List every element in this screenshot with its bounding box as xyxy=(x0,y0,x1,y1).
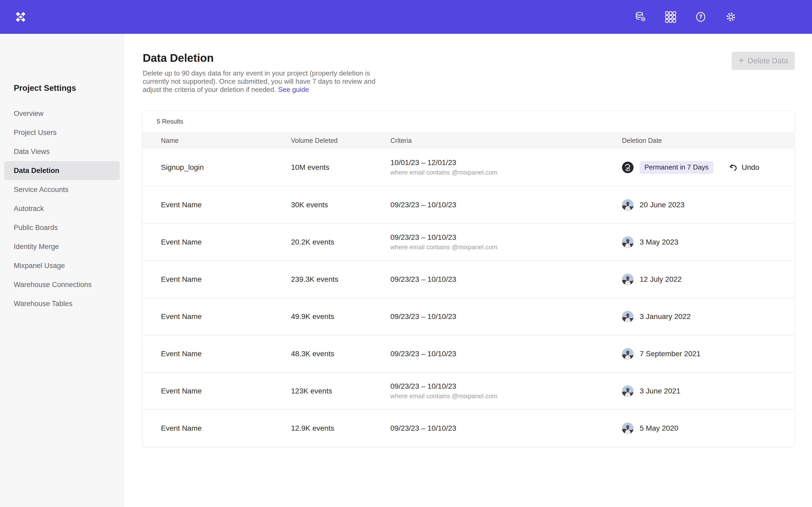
deletion-date: 20 June 2023 xyxy=(640,201,684,209)
sidebar-item-identity-merge[interactable]: Identity Merge xyxy=(4,237,120,256)
criteria-cell: 09/23/23 – 10/10/23 where email contains… xyxy=(391,382,622,400)
criteria-cell: 09/23/23 – 10/10/23 xyxy=(391,424,622,433)
criteria-date-range: 09/23/23 – 10/10/23 xyxy=(391,382,622,391)
criteria-date-range: 09/23/23 – 10/10/23 xyxy=(391,313,622,321)
page-description: Delete up to 90 days data for any event … xyxy=(143,69,383,94)
undo-button[interactable]: Undo xyxy=(728,162,759,172)
event-name: Event Name xyxy=(161,313,291,321)
criteria-cell: 09/23/23 – 10/10/23 where email contains… xyxy=(391,233,622,251)
criteria-cell: 09/23/23 – 10/10/23 xyxy=(391,201,622,209)
event-name: Signup_login xyxy=(161,163,291,172)
sidebar-item-public-boards[interactable]: Public Boards xyxy=(4,218,120,237)
deletion-date-cell: Permanent in 7 Days Undo xyxy=(622,161,794,174)
table-row: Event Name 123K events 09/23/23 – 10/10/… xyxy=(142,372,794,409)
column-header-name: Name xyxy=(161,137,291,145)
help-icon[interactable]: ? xyxy=(695,11,707,23)
criteria-filter: where email contains @mixpanel.com xyxy=(391,169,622,176)
criteria-date-range: 09/23/23 – 10/10/23 xyxy=(391,350,622,358)
event-name: Event Name xyxy=(161,275,291,284)
sidebar-item-autotrack[interactable]: Autotrack xyxy=(4,199,120,218)
page-description-text: Delete up to 90 days data for any event … xyxy=(143,69,375,94)
results-count: 5 Results xyxy=(142,111,794,132)
sidebar-nav: Overview Project Users Data Views Data D… xyxy=(4,104,120,313)
volume-deleted: 12.9K events xyxy=(291,424,391,433)
delete-data-button[interactable]: + Delete Data xyxy=(732,52,795,70)
criteria-cell: 09/23/23 – 10/10/23 xyxy=(391,350,622,358)
sidebar-item-service-accounts[interactable]: Service Accounts xyxy=(4,180,120,199)
settings-icon[interactable] xyxy=(725,11,737,23)
volume-deleted: 48.3K events xyxy=(291,350,391,358)
volume-deleted: 20.2K events xyxy=(291,238,391,246)
deletion-date-cell: 20 June 2023 xyxy=(622,199,794,211)
table-row: Event Name 239.3K events 09/23/23 – 10/1… xyxy=(142,260,794,298)
sidebar-item-warehouse-tables[interactable]: Warehouse Tables xyxy=(4,294,120,313)
svg-text:?: ? xyxy=(699,14,702,20)
page-title: Data Deletion xyxy=(143,52,214,64)
project-settings-sidebar: Project Settings Overview Project Users … xyxy=(0,34,124,507)
user-avatar xyxy=(622,274,633,285)
deletion-date-cell: 3 May 2023 xyxy=(622,236,794,248)
table-row: Event Name 20.2K events 09/23/23 – 10/10… xyxy=(142,223,794,260)
table-row: Signup_login 10M events 10/01/23 – 12/01… xyxy=(142,149,794,186)
table-header-row: Name Volume Deleted Criteria Deletion Da… xyxy=(142,132,794,149)
deletion-date: 5 May 2020 xyxy=(640,424,678,433)
plus-icon: + xyxy=(738,56,744,65)
deletion-date-cell: 5 May 2020 xyxy=(622,422,794,434)
user-avatar xyxy=(622,311,633,323)
table-row: Event Name 30K events 09/23/23 – 10/10/2… xyxy=(142,186,794,223)
apps-grid-icon[interactable] xyxy=(664,11,677,23)
deletion-date: 12 July 2022 xyxy=(640,275,682,284)
deletion-date-cell: 3 June 2021 xyxy=(622,385,794,397)
volume-deleted: 123K events xyxy=(291,387,391,395)
undo-label: Undo xyxy=(742,163,759,172)
table-row: Event Name 12.9K events 09/23/23 – 10/10… xyxy=(142,409,794,447)
criteria-filter: where email contains @mixpanel.com xyxy=(391,243,622,251)
deletion-date-cell: 7 September 2021 xyxy=(622,348,794,360)
sidebar-item-project-users[interactable]: Project Users xyxy=(4,123,120,142)
volume-deleted: 30K events xyxy=(291,201,391,209)
user-avatar xyxy=(622,199,633,211)
deletion-date: 3 June 2021 xyxy=(640,387,680,395)
criteria-date-range: 09/23/23 – 10/10/23 xyxy=(391,424,622,433)
deletion-requests-card: 5 Results Name Volume Deleted Criteria D… xyxy=(142,110,795,447)
criteria-cell: 10/01/23 – 12/01/23 where email contains… xyxy=(391,158,622,176)
criteria-date-range: 09/23/23 – 10/10/23 xyxy=(391,201,622,209)
mixpanel-logo-icon[interactable] xyxy=(15,11,27,23)
column-header-volume-deleted: Volume Deleted xyxy=(291,137,391,145)
user-avatar xyxy=(622,422,633,434)
top-navigation-bar: ? xyxy=(0,0,812,34)
delete-data-button-label: Delete Data xyxy=(748,57,788,65)
column-header-deletion-date: Deletion Date xyxy=(622,137,794,145)
user-avatar xyxy=(622,348,633,360)
event-name: Event Name xyxy=(161,201,291,209)
deletion-date-cell: 12 July 2022 xyxy=(622,274,794,285)
deletion-date-cell: 3 January 2022 xyxy=(622,311,794,323)
sidebar-item-data-deletion[interactable]: Data Deletion xyxy=(4,161,120,180)
volume-deleted: 239.3K events xyxy=(291,275,391,284)
user-avatar xyxy=(622,236,633,248)
deletion-date: 3 May 2023 xyxy=(640,238,678,246)
event-name: Event Name xyxy=(161,387,291,395)
permanent-status-badge: Permanent in 7 Days xyxy=(640,161,713,174)
sidebar-item-overview[interactable]: Overview xyxy=(4,104,120,123)
volume-deleted: 49.9K events xyxy=(291,313,391,321)
sidebar-item-data-views[interactable]: Data Views xyxy=(4,142,120,161)
column-header-criteria: Criteria xyxy=(391,137,622,145)
volume-deleted: 10M events xyxy=(291,163,391,172)
criteria-cell: 09/23/23 – 10/10/23 xyxy=(391,275,622,284)
deletion-date: 3 January 2022 xyxy=(640,313,691,321)
event-name: Event Name xyxy=(161,350,291,358)
criteria-cell: 09/23/23 – 10/10/23 xyxy=(391,313,622,321)
event-name: Event Name xyxy=(161,238,291,246)
criteria-filter: where email contains @mixpanel.com xyxy=(391,392,622,400)
sidebar-item-warehouse-connections[interactable]: Warehouse Connections xyxy=(4,275,120,294)
table-row: Event Name 48.3K events 09/23/23 – 10/10… xyxy=(142,335,794,372)
see-guide-link[interactable]: See guide xyxy=(278,86,309,94)
event-name: Event Name xyxy=(161,424,291,433)
data-settings-icon[interactable] xyxy=(635,11,647,23)
table-row: Event Name 49.9K events 09/23/23 – 10/10… xyxy=(142,298,794,335)
sidebar-title: Project Settings xyxy=(14,83,76,93)
criteria-date-range: 09/23/23 – 10/10/23 xyxy=(391,233,622,242)
topbar-icon-group: ? xyxy=(635,0,737,34)
sidebar-item-mixpanel-usage[interactable]: Mixpanel Usage xyxy=(4,256,120,275)
